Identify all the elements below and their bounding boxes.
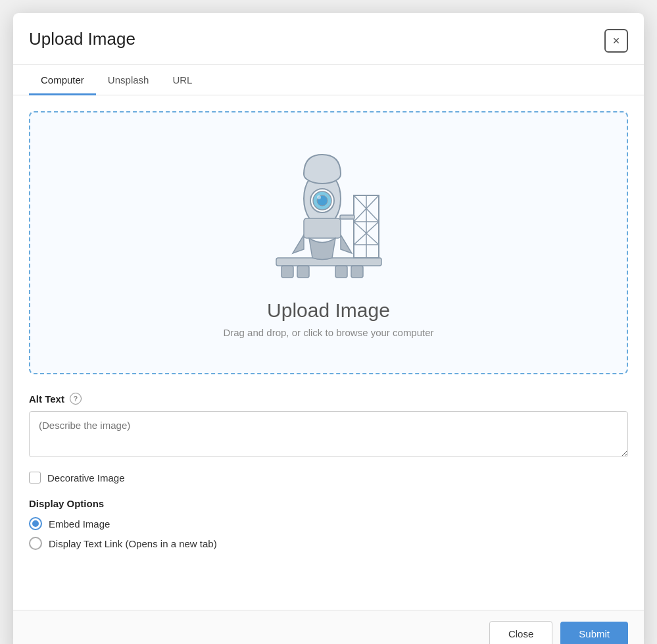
upload-zone-subtitle: Drag and drop, or click to browse your c…	[223, 327, 433, 338]
svg-rect-2	[297, 266, 309, 278]
display-text-link-label: Display Text Link (Opens in a new tab)	[49, 538, 217, 549]
svg-rect-19	[304, 218, 341, 238]
tab-bar: Computer Unsplash URL	[13, 65, 644, 95]
svg-rect-3	[335, 266, 347, 278]
tab-computer[interactable]: Computer	[29, 65, 96, 95]
tab-unsplash[interactable]: Unsplash	[96, 65, 161, 95]
alt-text-help-icon[interactable]: ?	[70, 393, 82, 405]
display-text-link-row: Display Text Link (Opens in a new tab)	[29, 537, 628, 550]
modal-body: Upload Image Drag and drop, or click to …	[13, 95, 644, 594]
decorative-image-row: Decorative Image	[29, 472, 628, 483]
embed-image-label: Embed Image	[49, 518, 110, 530]
alt-text-label-text: Alt Text	[29, 393, 64, 405]
svg-rect-20	[340, 215, 354, 219]
svg-point-18	[317, 195, 321, 199]
modal-header: Upload Image ×	[13, 13, 644, 53]
alt-text-label: Alt Text ?	[29, 393, 628, 405]
decorative-image-label: Decorative Image	[47, 472, 125, 483]
close-icon-button[interactable]: ×	[604, 29, 628, 53]
display-text-link-radio[interactable]	[29, 537, 42, 550]
embed-image-row: Embed Image	[29, 517, 628, 530]
modal-footer: Close Submit	[13, 610, 644, 644]
upload-image-modal: Upload Image × Computer Unsplash URL	[13, 13, 644, 644]
svg-rect-4	[351, 266, 363, 278]
alt-text-section: Alt Text ?	[29, 393, 628, 460]
footer-submit-button[interactable]: Submit	[560, 622, 628, 644]
modal-title: Upload Image	[29, 29, 135, 49]
svg-rect-1	[281, 266, 293, 278]
footer-close-button[interactable]: Close	[489, 621, 552, 644]
tab-url[interactable]: URL	[160, 65, 204, 95]
display-options-section: Display Options Embed Image Display Text…	[29, 498, 628, 550]
close-icon: ×	[613, 34, 620, 48]
rocket-illustration	[256, 143, 401, 287]
upload-dropzone[interactable]: Upload Image Drag and drop, or click to …	[29, 111, 628, 374]
alt-text-input[interactable]	[29, 411, 628, 457]
display-options-title: Display Options	[29, 498, 628, 509]
decorative-image-checkbox[interactable]	[29, 472, 41, 483]
upload-zone-title: Upload Image	[267, 299, 390, 322]
embed-image-radio[interactable]	[29, 517, 42, 530]
